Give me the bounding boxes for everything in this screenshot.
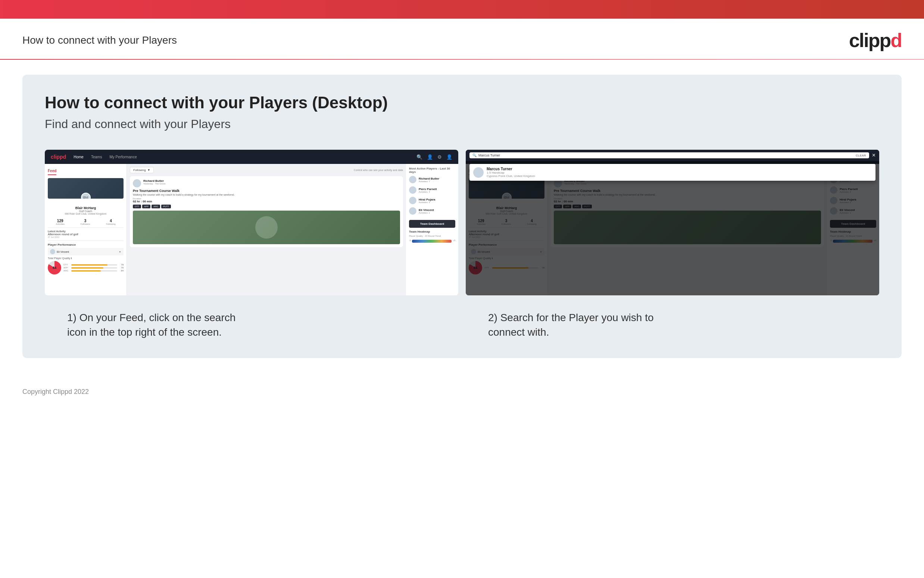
profile-banner: BM <box>48 178 123 199</box>
activity-card-header: Richard Butler Yesterday · The Grove <box>133 179 400 187</box>
player-select-chevron: ▼ <box>119 250 121 253</box>
following-btn[interactable]: Following ▼ <box>130 167 154 173</box>
quality-bars: OTT 79 APP <box>63 264 123 272</box>
screenshot2: clippd Home Teams My Performance Feed <box>466 150 879 295</box>
app-nav-1: clippd Home Teams My Performance 🔍 👤 ⚙ 👤 <box>45 150 458 164</box>
team-dashboard-btn[interactable]: Team Dashboard <box>409 220 455 228</box>
player-info-3: Hiral Pujara Activities: 3 <box>419 198 435 203</box>
hero-title: How to connect with your Players (Deskto… <box>45 93 879 112</box>
tag-putt: PUTT <box>161 205 171 208</box>
search-input-box[interactable]: 🔍 Marcus Turner CLEAR <box>469 153 869 158</box>
control-link[interactable]: Control who can see your activity and da… <box>354 169 403 171</box>
following-chevron: ▼ <box>147 169 150 172</box>
screenshot1-container: clippd Home Teams My Performance 🔍 👤 ⚙ 👤 <box>45 150 458 295</box>
search-icon[interactable]: 🔍 <box>416 154 422 160</box>
player-list-item-1: Richard Butler Activities: 7 <box>409 176 455 183</box>
settings-icon[interactable]: ⚙ <box>437 154 442 160</box>
search-result-handicap: 1-5 Handicap <box>487 171 535 174</box>
activity-course-name: Pre Tournament Course Walk <box>133 189 400 193</box>
search-bar[interactable]: 🔍 Marcus Turner CLEAR × <box>466 150 879 161</box>
quality-label: Total Player Quality ℹ <box>48 257 123 260</box>
player-performance-1: Player Performance Eli Vincent ▼ Total P… <box>48 243 123 274</box>
user-icon[interactable]: 👤 <box>427 154 433 160</box>
center-panel-1: Following ▼ Control who can see your act… <box>127 164 406 295</box>
search-input-value[interactable]: Marcus Turner <box>478 153 854 157</box>
activity-image <box>133 211 400 244</box>
nav-teams[interactable]: Teams <box>91 155 102 159</box>
heatmap-bar <box>412 240 451 243</box>
duration-value: 02 hr : 00 min <box>133 200 400 203</box>
app-body-1: Feed BM Blair McHarg <box>45 164 458 295</box>
bar-arg-track <box>71 270 117 271</box>
profile-role: Golf Coach <box>49 210 122 213</box>
team-heatmap-title: Team Heatmap <box>409 230 455 233</box>
user-avatar <box>133 179 141 187</box>
nav-my-performance[interactable]: My Performance <box>109 155 137 159</box>
activity-user-info: Richard Butler Yesterday · The Grove <box>143 179 166 185</box>
activity-tags: OTT APP ARG PUTT <box>133 205 400 208</box>
stat-followers: 3 Followers <box>81 219 90 225</box>
hero-section: How to connect with your Players (Deskto… <box>23 75 901 358</box>
activity-user-meta: Yesterday · The Grove <box>143 183 166 185</box>
screenshots-descriptions: 1) On your Feed, click on the searchicon… <box>45 295 879 358</box>
stat-following-num: 4 <box>106 219 115 223</box>
top-bar <box>0 0 924 19</box>
player-name-1: Richard Butler <box>419 177 439 180</box>
search-result-club: Cypress Point Club, United Kingdom <box>487 174 535 178</box>
copyright-text: Copyright Clippd 2022 <box>23 388 89 395</box>
search-clear-btn[interactable]: CLEAR <box>856 154 866 157</box>
player-list-item-2: Piers Parnell Activities: 4 <box>409 186 455 194</box>
profile-club: Mill Ride Golf Club, United Kingdom <box>49 213 122 215</box>
bar-arg-value: 64 <box>118 270 123 272</box>
bar-ott: OTT 79 <box>63 264 123 266</box>
profile-stats: 129 Activities 3 Followers 4 <box>48 219 123 225</box>
latest-activity-date: 27 Jul 2022 <box>48 236 123 238</box>
bar-app-label: APP <box>63 266 70 269</box>
player-select[interactable]: Eli Vincent ▼ <box>48 248 123 255</box>
search-result-info: Marcus Turner 1-5 Handicap Cypress Point… <box>487 167 535 178</box>
player-name-3: Hiral Pujara <box>419 198 435 201</box>
quality-circle: 84 <box>48 261 61 274</box>
player-info-1: Richard Butler Activities: 7 <box>419 177 439 183</box>
screenshot1: clippd Home Teams My Performance 🔍 👤 ⚙ 👤 <box>45 150 458 295</box>
player-activities-1: Activities: 7 <box>419 180 439 183</box>
bar-app-track <box>71 267 117 268</box>
search-close-btn[interactable]: × <box>872 152 875 159</box>
nav-home[interactable]: Home <box>73 155 84 159</box>
latest-activity: Latest Activity Afternoon round of golf … <box>48 230 123 238</box>
tag-arg: ARG <box>152 205 160 208</box>
search-results-dropdown: Marcus Turner 1-5 Handicap Cypress Point… <box>469 164 875 181</box>
feed-tab[interactable]: Feed <box>48 169 57 175</box>
page-header: How to connect with your Players clippd <box>0 19 924 59</box>
feed-panel-1: Feed BM Blair McHarg <box>45 164 127 295</box>
latest-activity-name: Afternoon round of golf <box>48 233 123 236</box>
player-activities-3: Activities: 3 <box>419 201 435 203</box>
stat-followers-num: 3 <box>81 219 90 223</box>
search-result-item[interactable]: Marcus Turner 1-5 Handicap Cypress Point… <box>469 164 875 181</box>
player-avatar-3 <box>409 197 416 204</box>
player-name-4: Eli Vincent <box>419 208 434 212</box>
search-result-name: Marcus Turner <box>487 167 535 171</box>
app-logo-1: clippd <box>51 154 66 160</box>
activity-user-name: Richard Butler <box>143 179 166 183</box>
latest-activity-label: Latest Activity <box>48 230 123 233</box>
bar-arg: ARG 64 <box>63 270 123 272</box>
player-select-avatar <box>50 249 55 254</box>
stat-following-label: Following <box>106 223 115 225</box>
player-performance-title-1: Player Performance <box>48 243 123 247</box>
bar-ott-fill <box>71 265 107 265</box>
bar-arg-fill <box>71 270 101 271</box>
stat-activities-label: Activities <box>56 223 65 225</box>
stat-activities: 129 Activities <box>56 219 65 225</box>
hero-subtitle: Find and connect with your Players <box>45 117 879 131</box>
bar-app-fill <box>71 267 104 268</box>
player-avatar-4 <box>409 207 416 215</box>
screenshot2-container: clippd Home Teams My Performance Feed <box>466 150 879 295</box>
avatar-nav[interactable]: 👤 <box>446 154 452 160</box>
bar-ott-track <box>71 265 117 265</box>
bar-ott-value: 79 <box>118 264 123 266</box>
bar-app: APP 70 <box>63 266 123 269</box>
step1-text: 1) On your Feed, click on the searchicon… <box>67 310 436 339</box>
player-activities-2: Activities: 4 <box>419 191 437 193</box>
logo: clippd <box>849 29 901 52</box>
